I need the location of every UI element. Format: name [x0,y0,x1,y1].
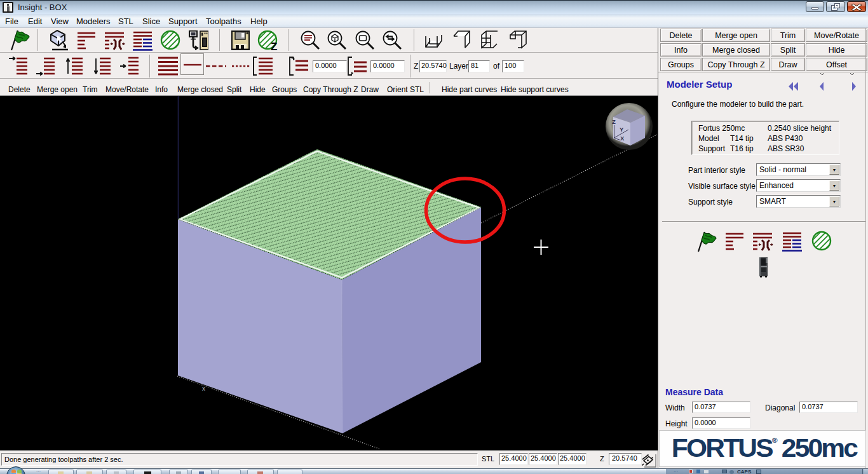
svg-text:x: x [202,385,205,392]
svg-text:Z: Z [612,118,616,125]
svg-text:Z: Z [271,41,277,51]
svg-text:X: X [620,135,625,142]
svg-text:Y: Y [620,126,624,133]
